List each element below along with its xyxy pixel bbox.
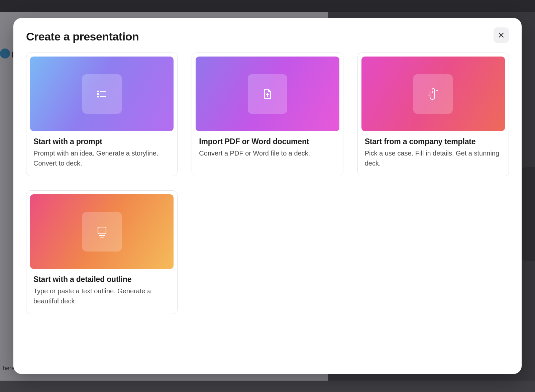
outline-icon [82, 212, 122, 252]
option-start-with-prompt[interactable]: Start with a prompt Prompt with an idea.… [26, 53, 178, 176]
option-import-document[interactable]: Import PDF or Word document Convert a PD… [192, 53, 343, 176]
option-detailed-outline[interactable]: Start with a detailed outline Type or pa… [26, 190, 178, 314]
list-icon [82, 74, 122, 114]
svg-point-9 [432, 91, 433, 93]
clippy-sparkle-icon [413, 74, 453, 114]
card-gradient-thumbnail [30, 57, 174, 131]
card-gradient-thumbnail [30, 194, 174, 269]
card-gradient-thumbnail [196, 57, 339, 131]
card-title: Start from a company template [365, 137, 502, 146]
card-title: Start with a prompt [33, 137, 170, 146]
option-company-template[interactable]: Start from a company template Pick a use… [357, 53, 509, 176]
svg-point-2 [97, 91, 98, 92]
card-title: Start with a detailed outline [33, 275, 170, 284]
card-description: Type or paste a text outline. Generate a… [33, 286, 170, 306]
create-presentation-modal: Create a presentation [13, 18, 522, 374]
card-description: Pick a use case. Fill in details. Get a … [365, 148, 502, 168]
card-title: Import PDF or Word document [199, 137, 336, 146]
close-icon [498, 32, 505, 38]
svg-point-4 [97, 93, 98, 94]
modal-title: Create a presentation [26, 30, 139, 43]
card-gradient-thumbnail [361, 57, 505, 131]
svg-point-10 [434, 91, 435, 93]
svg-rect-11 [98, 227, 106, 234]
file-upload-icon [248, 74, 287, 114]
card-description: Prompt with an idea. Generate a storylin… [33, 148, 170, 168]
card-description: Convert a PDF or Word file to a deck. [199, 148, 336, 158]
close-button[interactable] [494, 27, 509, 43]
svg-point-6 [97, 96, 98, 97]
